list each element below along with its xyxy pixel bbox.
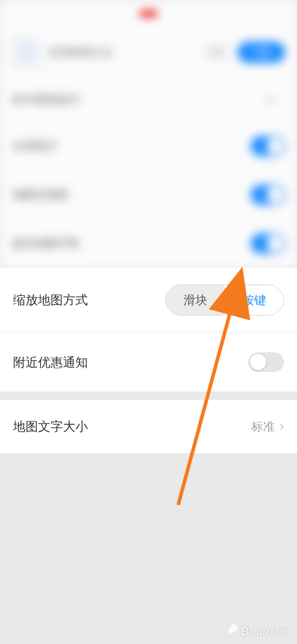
empty-area	[0, 453, 297, 644]
zoom-method-segmented[interactable]: 滑块 按键	[165, 285, 284, 315]
row-zoom-method: 缩放地图方式 滑块 按键	[0, 268, 297, 332]
app-banner: 应用推荐占位 详情 下载	[12, 27, 285, 78]
row-text-size[interactable]: 地图文字大小 标准 ›	[0, 400, 297, 453]
zoom-option-button[interactable]: 按键	[225, 285, 283, 315]
settings-section-2: 地图文字大小 标准 ›	[0, 400, 297, 453]
text-size-value: 标准	[251, 419, 275, 435]
blur-label: 软件更新提示	[12, 92, 80, 108]
text-size-label: 地图文字大小	[13, 418, 88, 435]
app-name: 应用推荐占位	[49, 45, 200, 59]
section-separator	[0, 392, 297, 400]
blurred-section: 应用推荐占位 详情 下载 软件更新提示 •› 全屏显示 地图实景图 旋转地图手势	[0, 0, 297, 268]
text-size-value-group: 标准 ›	[251, 419, 284, 435]
download-button[interactable]: 下载	[238, 42, 285, 63]
toggle-switch[interactable]	[251, 233, 285, 254]
zoom-option-slider[interactable]: 滑块	[166, 285, 225, 315]
nearby-deals-label: 附近优惠通知	[13, 354, 88, 371]
blur-row-version: 软件更新提示 •›	[12, 78, 285, 122]
details-button[interactable]: 详情	[200, 42, 232, 63]
blur-row-toggle-2: 地图实景图	[12, 171, 285, 219]
toggle-switch[interactable]	[251, 136, 285, 156]
chevron-right-icon: ›	[280, 419, 284, 434]
row-nearby-deals: 附近优惠通知	[0, 332, 297, 392]
watermark-text: Baidu	[241, 626, 268, 638]
blur-label: 旋转地图手势	[12, 236, 80, 251]
nearby-deals-toggle[interactable]	[248, 352, 284, 372]
zoom-method-label: 缩放地图方式	[13, 292, 88, 308]
status-bar	[12, 0, 285, 27]
status-indicator-icon	[140, 11, 157, 17]
watermark: Baidu 经验	[226, 622, 289, 638]
watermark-suffix: 经验	[271, 627, 289, 638]
blur-row-toggle-1: 全屏显示	[12, 122, 285, 171]
app-icon	[12, 37, 42, 67]
blur-row-toggle-3: 旋转地图手势	[12, 219, 285, 268]
blur-label: 全屏显示	[12, 138, 57, 154]
baidu-paw-icon	[226, 622, 239, 635]
blur-value: •›	[268, 92, 285, 108]
blurred-inner: 应用推荐占位 详情 下载 软件更新提示 •› 全屏显示 地图实景图 旋转地图手势	[0, 0, 297, 268]
toggle-switch[interactable]	[251, 185, 285, 205]
blur-label: 地图实景图	[12, 187, 68, 203]
settings-section: 缩放地图方式 滑块 按键 附近优惠通知	[0, 268, 297, 392]
